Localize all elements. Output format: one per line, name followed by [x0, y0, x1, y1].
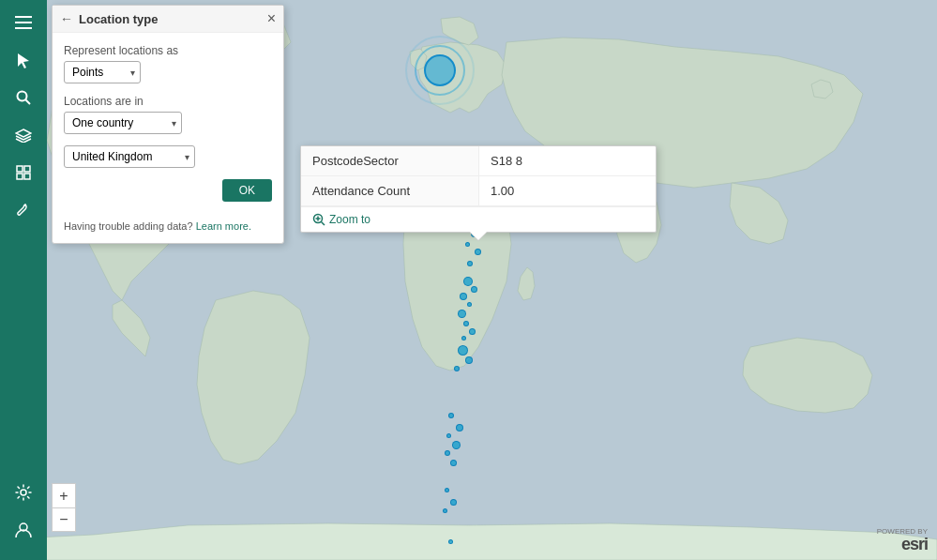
- dot-3[interactable]: [475, 249, 481, 255]
- svg-rect-11: [24, 174, 30, 179]
- menu-button[interactable]: [7, 6, 40, 39]
- learn-more-link[interactable]: Learn more.: [196, 220, 251, 232]
- dot-24[interactable]: [443, 508, 447, 513]
- location-type-panel: ← Location type × Represent locations as…: [52, 5, 284, 244]
- svg-line-15: [322, 222, 325, 226]
- panel-back-button[interactable]: ←: [60, 11, 73, 26]
- dot-19[interactable]: [452, 441, 461, 449]
- ok-button[interactable]: OK: [222, 179, 272, 202]
- feature-popup: PostcodeSector S18 8 Attendance Count 1.…: [300, 145, 657, 233]
- dot-9[interactable]: [458, 310, 466, 318]
- locations-select[interactable]: One country Multiple countries: [64, 112, 182, 134]
- dot-25[interactable]: [448, 539, 453, 544]
- svg-rect-8: [17, 166, 23, 172]
- dot-17[interactable]: [456, 424, 463, 431]
- locations-label: Locations are in: [64, 95, 272, 108]
- dot-2[interactable]: [465, 242, 470, 247]
- popup-row-postcode: PostcodeSector S18 8: [301, 146, 656, 176]
- zoom-to-icon: [312, 213, 325, 226]
- panel-title: Location type: [79, 12, 267, 26]
- represent-label: Represent locations as: [64, 44, 272, 57]
- popup-val-attendance: 1.00: [479, 176, 656, 205]
- esri-brand: esri: [901, 535, 928, 553]
- search-button[interactable]: [7, 81, 40, 114]
- dot-6[interactable]: [471, 286, 477, 293]
- dot-7[interactable]: [460, 293, 467, 300]
- represent-select-wrapper: Points Polygons Heatmap: [64, 61, 141, 83]
- svg-rect-10: [17, 174, 23, 179]
- dot-21[interactable]: [450, 460, 457, 466]
- dot-16[interactable]: [448, 413, 454, 418]
- popup-row-attendance: Attendance Count 1.00: [301, 176, 656, 206]
- esri-logo: POWERED BY esri: [877, 527, 928, 552]
- zoom-in-button[interactable]: +: [52, 483, 76, 507]
- svg-rect-2: [15, 22, 32, 23]
- grid-button[interactable]: [7, 156, 40, 189]
- country-select[interactable]: United Kingdom United States France Germ…: [64, 145, 195, 168]
- dot-14[interactable]: [465, 356, 473, 364]
- dot-12[interactable]: [461, 336, 466, 341]
- country-select-wrapper: United Kingdom United States France Germ…: [64, 145, 195, 168]
- dot-8[interactable]: [467, 302, 472, 307]
- dot-23[interactable]: [450, 499, 457, 506]
- svg-point-5: [18, 92, 27, 101]
- zoom-out-button[interactable]: −: [52, 507, 76, 532]
- dot-10[interactable]: [463, 321, 469, 326]
- dot-18[interactable]: [446, 433, 451, 438]
- svg-rect-1: [15, 16, 32, 18]
- dot-4[interactable]: [467, 261, 473, 266]
- svg-line-6: [26, 100, 31, 105]
- popup-key-postcode: PostcodeSector: [301, 146, 479, 175]
- popup-key-attendance: Attendance Count: [301, 176, 479, 205]
- dot-13[interactable]: [458, 345, 468, 356]
- panel-body: Represent locations as Points Polygons H…: [53, 33, 283, 243]
- europe-cluster-ring2: [405, 36, 475, 105]
- dot-15[interactable]: [454, 366, 460, 371]
- dot-22[interactable]: [445, 488, 449, 492]
- locations-select-wrapper: One country Multiple countries: [64, 112, 182, 134]
- dot-11[interactable]: [469, 328, 476, 335]
- svg-marker-4: [18, 53, 29, 68]
- dot-20[interactable]: [445, 450, 450, 456]
- dot-5[interactable]: [463, 277, 473, 286]
- svg-point-12: [21, 490, 26, 495]
- zoom-to-label: Zoom to: [329, 213, 370, 226]
- zoom-controls: + −: [52, 483, 76, 532]
- zoom-to-button[interactable]: Zoom to: [301, 206, 656, 232]
- svg-marker-7: [16, 129, 31, 137]
- layers-button[interactable]: [7, 118, 40, 152]
- user-button[interactable]: [7, 513, 40, 547]
- popup-val-postcode: S18 8: [479, 146, 656, 175]
- wrench-button[interactable]: [7, 193, 40, 227]
- svg-rect-3: [15, 27, 32, 29]
- trouble-text: Having trouble adding data? Learn more.: [64, 217, 272, 232]
- settings-button[interactable]: [7, 476, 40, 509]
- panel-close-button[interactable]: ×: [267, 11, 276, 26]
- svg-rect-9: [24, 166, 30, 172]
- panel-header: ← Location type ×: [53, 6, 283, 33]
- cursor-button[interactable]: [7, 43, 40, 77]
- toolbar: [0, 0, 47, 560]
- represent-select[interactable]: Points Polygons Heatmap: [64, 61, 141, 83]
